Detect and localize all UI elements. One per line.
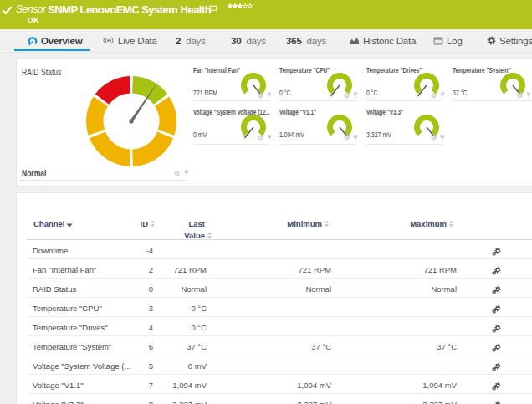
pin-icon[interactable]	[353, 135, 358, 141]
table-row-temperature-drives[interactable]: Temperature "Drives" 4 0 °C	[17, 317, 532, 336]
mini-gauge-value: 0 °C	[279, 89, 291, 97]
cell-id: 6	[117, 342, 153, 351]
sensor-title: SNMP LenovoEMC System Health	[48, 3, 211, 16]
column-header-maximum[interactable]: Maximum	[375, 219, 454, 228]
channel-gear-icon[interactable]	[258, 93, 263, 99]
cell-channel: Temperature "CPU"	[33, 304, 102, 313]
cell-maximum: 1,094 mV	[373, 381, 457, 390]
pin-icon[interactable]	[184, 170, 189, 176]
tab-settings[interactable]: Settings	[487, 29, 532, 52]
mini-gauge-cell-voltage-system-voltage: Voltage "System Voltage (12... 0 mV	[193, 100, 269, 146]
divider	[19, 180, 187, 181]
cell-minimum: Normal	[248, 284, 331, 294]
pin-icon[interactable]	[440, 135, 445, 141]
tab-bar: Overview Live Data 2 days 30 days 365 da…	[0, 29, 532, 53]
table-row-downtime[interactable]: Downtime -4	[17, 240, 532, 259]
raid-status-value: Normal	[22, 169, 46, 178]
cell-last-value: 0 °C	[156, 304, 207, 313]
mini-gauge-cell-voltage-v1-1: Voltage "V1.1" 1,094 mV	[279, 100, 356, 146]
pin-icon[interactable]	[267, 135, 272, 141]
historic-chart-icon	[349, 36, 360, 45]
column-header-last-value[interactable]: LastValue	[146, 218, 212, 241]
table-row-raid-status[interactable]: RAID Status 0 Normal Normal Normal	[17, 279, 532, 298]
channel-settings-icon[interactable]	[492, 321, 501, 336]
mini-gauge-cell-fan-internal-fan: Fan "Internal Fan" 721 RPM	[193, 59, 269, 105]
priority-stars[interactable]	[228, 3, 253, 8]
channel-settings-icon[interactable]	[492, 360, 501, 375]
channel-gear-icon[interactable]	[258, 135, 263, 141]
tab-historic-data[interactable]: Historic Data	[349, 29, 416, 52]
pin-icon[interactable]	[353, 92, 358, 99]
tab-label: Historic Data	[363, 36, 416, 46]
rating-star[interactable]	[248, 3, 253, 8]
column-header-channel[interactable]: Channel	[33, 219, 73, 228]
raid-status-gauge	[81, 71, 182, 171]
cell-channel: Temperature "Drives"	[33, 323, 108, 332]
channel-gear-icon[interactable]	[344, 135, 350, 141]
mini-gauge-cell-temperature-drives: Temperature "Drives" 0 °C	[366, 59, 442, 105]
tab-365-days[interactable]: 365 days	[286, 29, 326, 52]
priority-flag-icon[interactable]	[209, 3, 217, 18]
channel-settings-icon[interactable]	[492, 398, 501, 404]
tab-label: days	[186, 36, 206, 46]
cell-last-value: 721 RPM	[156, 265, 207, 274]
sort-icon	[207, 232, 212, 239]
cell-minimum: 3,327 mV	[248, 400, 331, 404]
cell-last-value: 1,094 mV	[156, 381, 207, 390]
table-row-voltage-v1-1[interactable]: Voltage "V1.1" 7 1,094 mV 1,094 mV 1,094…	[17, 375, 532, 394]
pin-icon[interactable]	[440, 92, 445, 99]
cell-id: 5	[117, 361, 153, 371]
channel-gear-icon[interactable]	[517, 93, 523, 99]
channel-gear-icon[interactable]	[174, 171, 180, 176]
tab-live-data[interactable]: Live Data	[102, 29, 157, 52]
mini-gauge-value: 721 RPM	[193, 89, 217, 97]
mini-gauge-value: 1,094 mV	[279, 130, 304, 139]
cell-last-value: 0 °C	[156, 323, 207, 332]
cell-channel: Voltage "V1.1"	[33, 381, 84, 390]
channels-table-panel: Channel ID LastValue Minimum Maximum Dow…	[16, 192, 532, 404]
cell-last-value: 3,327 mV	[156, 400, 207, 404]
cell-id: 3	[117, 304, 153, 313]
channel-settings-icon[interactable]	[492, 283, 501, 298]
tab-label: days	[307, 36, 327, 46]
tab-log[interactable]: Log	[433, 29, 463, 52]
channel-settings-icon[interactable]	[492, 263, 501, 279]
tab-label: Log	[447, 36, 463, 46]
cell-minimum: 37 °C	[248, 342, 331, 351]
tab-2-days[interactable]: 2 days	[176, 29, 206, 52]
gauges-panel: RAID Status Normal Fan "Internal Fan" 72…	[16, 58, 532, 187]
table-row-temperature-cpu[interactable]: Temperature "CPU" 3 0 °C	[17, 298, 532, 317]
channel-settings-icon[interactable]	[492, 302, 501, 317]
cell-maximum: 37 °C	[373, 342, 457, 351]
cell-id: 8	[117, 400, 153, 404]
column-header-minimum[interactable]: Minimum	[248, 219, 330, 228]
channel-gear-icon[interactable]	[431, 135, 437, 141]
tab-label: Live Data	[118, 36, 157, 46]
sort-icon	[324, 220, 330, 228]
table-row-voltage-system-voltage[interactable]: Voltage "System Voltage (... 5 0 mV	[17, 355, 532, 375]
divider	[453, 100, 532, 101]
cell-id: 4	[117, 323, 153, 332]
table-row-voltage-v3-3[interactable]: Voltage "V3.3" 8 3,327 mV 3,327 mV 3,327…	[17, 394, 532, 404]
table-row-fan-internal-fan[interactable]: Fan "Internal Fan" 2 721 RPM 721 RPM 721…	[17, 259, 532, 279]
mini-gauge-cell-temperature-cpu: Temperature "CPU" 0 °C	[279, 59, 356, 105]
table-row-temperature-system[interactable]: Temperature "System" 6 37 °C 37 °C 37 °C	[17, 336, 532, 355]
mini-gauge-value: 0 mV	[193, 130, 207, 139]
tab-30-days[interactable]: 30 days	[231, 29, 266, 52]
channel-settings-icon[interactable]	[492, 379, 501, 394]
channel-settings-icon[interactable]	[492, 244, 501, 259]
cell-last-value: 0 mV	[156, 361, 207, 371]
cell-channel: Downtime	[33, 246, 68, 255]
cell-last-value: Normal	[156, 284, 207, 294]
channel-settings-icon[interactable]	[492, 340, 501, 355]
live-data-icon	[102, 36, 115, 45]
divider	[279, 144, 356, 145]
pin-icon[interactable]	[526, 92, 531, 99]
tab-label-number: 2	[176, 36, 181, 46]
tab-label: Settings	[499, 36, 532, 46]
sort-desc-icon	[66, 222, 73, 228]
pin-icon[interactable]	[267, 92, 272, 99]
cell-id: -4	[117, 246, 153, 255]
channel-gear-icon[interactable]	[344, 93, 350, 99]
channel-gear-icon[interactable]	[431, 93, 437, 99]
